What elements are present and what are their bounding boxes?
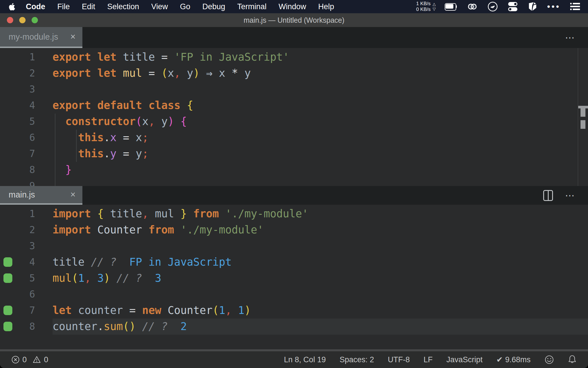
line-number: 8 (0, 319, 53, 335)
quokka-perf[interactable]: ✔ 9.68ms (496, 355, 531, 364)
check-icon: ✔ (496, 355, 503, 364)
menu-bar-status-area: 1 KB/s 0 KB/s △ ▽ (416, 0, 581, 13)
tab-close-icon[interactable]: × (70, 32, 76, 42)
line-number: 2 (0, 65, 53, 81)
line-number: 4 (0, 97, 53, 114)
network-up-speed: 1 KB/s (416, 1, 431, 7)
backup-clock-icon[interactable] (487, 1, 498, 12)
code-text: import { title, mul } from './my-module' (53, 206, 588, 222)
battery-icon[interactable] (445, 3, 457, 10)
code-line-5: 5mul(1, 3) // ? 3 (0, 270, 588, 286)
code-line-1: 1export let title = 'FP in JavaScript' (0, 49, 588, 65)
indent-guide (76, 130, 77, 146)
menu-item-terminal[interactable]: Terminal (237, 2, 266, 11)
line-number: 6 (0, 286, 53, 302)
window-title-bar: main.js — Untitled (Workspace) (0, 13, 588, 27)
tab-main-js[interactable]: main.js × (0, 186, 82, 205)
indent-guide (55, 130, 55, 146)
code-text (53, 286, 588, 302)
tab-close-icon[interactable]: × (70, 189, 76, 200)
menu-item-window[interactable]: Window (278, 2, 306, 11)
code-text: constructor(x, y) { (53, 114, 588, 130)
menu-item-help[interactable]: Help (318, 2, 334, 11)
indent-guide (55, 114, 55, 130)
feedback-smiley-icon[interactable] (544, 355, 554, 365)
code-line-8: 8 } (0, 162, 588, 178)
code-text: export let title = 'FP in JavaScript' (53, 49, 588, 65)
code-text: let counter = new Counter(1, 1) (53, 302, 588, 319)
editor-group-top: my-module.js × ⋯ 1export let title = 'FP… (0, 27, 588, 186)
cube-app-icon[interactable] (527, 1, 538, 12)
split-editor-icon[interactable] (543, 190, 553, 201)
code-line-3: 3 (0, 81, 588, 97)
error-count: 0 (22, 355, 27, 364)
tab-bar-top: my-module.js × ⋯ (0, 27, 588, 48)
language-mode[interactable]: JavaScript (446, 355, 483, 364)
line-number: 4 (0, 254, 53, 270)
notifications-bell-icon[interactable] (568, 355, 577, 365)
menu-item-code[interactable]: Code (26, 2, 45, 11)
indentation[interactable]: Spaces: 2 (340, 355, 374, 364)
sync-rings-icon[interactable] (467, 2, 478, 12)
code-text: counter.sum() // ? 2 (53, 319, 588, 335)
more-menu-icon[interactable]: ••• (547, 0, 560, 13)
indent-guide (55, 162, 55, 178)
code-text: import Counter from './my-module' (53, 222, 588, 238)
cursor-position[interactable]: Ln 8, Col 19 (284, 355, 326, 364)
indent-guide (55, 178, 55, 186)
menu-item-go[interactable]: Go (180, 2, 190, 11)
tab-my-module-js[interactable]: my-module.js × (0, 27, 82, 48)
tab-label: my-module.js (9, 32, 70, 42)
apple-menu-icon[interactable] (7, 2, 16, 12)
editor-actions-more-icon[interactable]: ⋯ (565, 33, 576, 42)
editor-my-module-js[interactable]: 1export let title = 'FP in JavaScript'2e… (0, 48, 588, 186)
encoding[interactable]: UTF-8 (388, 355, 410, 364)
code-line-6: 6 (0, 286, 588, 302)
line-number: 5 (0, 270, 53, 286)
download-arrow-icon: ▽ (433, 7, 436, 12)
status-bar: 0 0 Ln 8, Col 19 Spaces: 2 UTF-8 LF Java… (0, 349, 588, 368)
code-line-1: 1import { title, mul } from './my-module… (0, 206, 588, 222)
code-text: export default class { (53, 97, 588, 114)
code-text (53, 178, 588, 186)
tab-bar-bottom: main.js × ⋯ (0, 186, 588, 205)
code-line-2: 2export let mul = (x, y) ⇒ x * y (0, 65, 588, 81)
coverage-badge (3, 257, 12, 267)
line-number: 1 (0, 206, 53, 222)
code-text: mul(1, 3) // ? 3 (53, 270, 588, 286)
code-text (53, 238, 588, 254)
menu-items: CodeFileEditSelectionViewGoDebugTerminal… (26, 2, 334, 11)
screen: CodeFileEditSelectionViewGoDebugTerminal… (0, 0, 588, 368)
list-menu-icon[interactable] (570, 2, 581, 11)
eol-sequence[interactable]: LF (423, 355, 433, 364)
line-number: 7 (0, 302, 53, 319)
code-text: this.y = y; (53, 146, 588, 162)
line-number: 9 (0, 178, 53, 186)
warning-count: 0 (44, 355, 48, 364)
macos-menu-bar: CodeFileEditSelectionViewGoDebugTerminal… (0, 0, 588, 13)
code-text: export let mul = (x, y) ⇒ x * y (53, 65, 588, 81)
code-line-7: 7let counter = new Counter(1, 1) (0, 302, 588, 319)
control-center-icon[interactable] (507, 1, 518, 12)
menu-item-debug[interactable]: Debug (202, 2, 225, 11)
line-number: 8 (0, 162, 53, 178)
problems-indicator[interactable]: 0 0 (11, 355, 48, 364)
indent-guide (76, 146, 77, 162)
line-number: 6 (0, 130, 53, 146)
code-text: title // ? FP in JavaScript (53, 254, 588, 270)
minimize-window-button[interactable] (19, 17, 26, 23)
code-line-4: 4title // ? FP in JavaScript (0, 254, 588, 270)
network-speed-indicator[interactable]: 1 KB/s 0 KB/s △ ▽ (416, 1, 436, 12)
menu-item-selection[interactable]: Selection (107, 2, 139, 11)
code-line-5: 5 constructor(x, y) { (0, 114, 588, 130)
window-title: main.js — Untitled (Workspace) (243, 16, 344, 24)
coverage-badge (3, 322, 12, 331)
code-line-3: 3 (0, 238, 588, 254)
zoom-window-button[interactable] (32, 17, 38, 23)
editor-actions-more-icon[interactable]: ⋯ (565, 191, 576, 200)
editor-main-js[interactable]: 1import { title, mul } from './my-module… (0, 205, 588, 349)
close-window-button[interactable] (7, 17, 13, 23)
menu-item-file[interactable]: File (57, 2, 70, 11)
menu-item-edit[interactable]: Edit (82, 2, 95, 11)
menu-item-view[interactable]: View (151, 2, 168, 11)
